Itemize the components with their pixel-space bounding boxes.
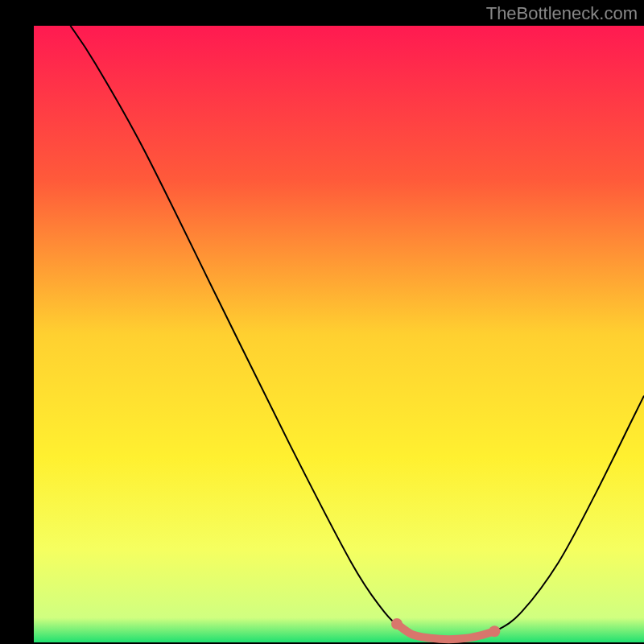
bottleneck-chart	[0, 0, 644, 644]
watermark-text: TheBottleneck.com	[486, 3, 638, 24]
highlight-dot	[391, 618, 402, 630]
chart-container: TheBottleneck.com	[0, 0, 644, 644]
highlight-dot	[489, 625, 500, 637]
gradient-background	[34, 26, 644, 642]
